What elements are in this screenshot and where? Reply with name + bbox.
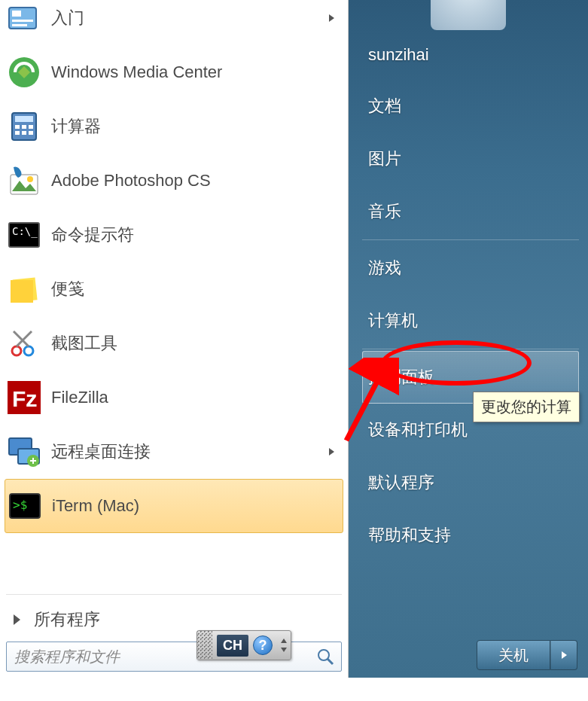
right-item-documents[interactable]: 文档 (362, 80, 579, 133)
svg-point-17 (27, 176, 33, 182)
program-item-getting-started[interactable]: 入门 (5, 0, 343, 45)
search-wrap (0, 642, 348, 678)
program-label: 计算器 (51, 115, 101, 138)
right-item-username[interactable]: sunzihai (362, 30, 579, 80)
svg-point-23 (24, 346, 33, 355)
language-bar[interactable]: CH ? (197, 630, 291, 660)
shutdown-button[interactable]: 关机 (477, 640, 550, 670)
program-item-filezilla[interactable]: Fz FileZilla (5, 370, 343, 425)
program-label: FileZilla (51, 388, 108, 407)
shutdown-bar: 关机 (477, 640, 577, 670)
program-item-calculator[interactable]: 计算器 (5, 99, 343, 154)
program-item-iterm[interactable]: >$ iTerm (Mac) (5, 479, 343, 533)
chevron-right-icon (329, 448, 334, 456)
svg-line-34 (328, 659, 333, 664)
separator (362, 239, 579, 240)
program-label: 远程桌面连接 (51, 440, 151, 463)
tooltip: 更改您的计算 (473, 392, 580, 422)
separator (362, 349, 579, 349)
program-label: iTerm (Mac) (52, 496, 139, 516)
svg-rect-10 (15, 125, 20, 129)
calculator-icon (8, 110, 41, 143)
program-label: 入门 (51, 7, 84, 29)
program-label: 截图工具 (51, 332, 117, 355)
svg-rect-11 (22, 125, 26, 129)
svg-point-33 (318, 650, 329, 660)
svg-text:C:\_: C:\_ (12, 225, 38, 238)
help-icon[interactable]: ? (253, 635, 273, 655)
svg-rect-4 (12, 11, 21, 17)
chevron-right-icon (329, 14, 334, 22)
svg-line-24 (17, 331, 32, 346)
right-item-games[interactable]: 游戏 (362, 242, 579, 294)
svg-rect-15 (29, 131, 33, 135)
svg-rect-16 (11, 175, 38, 194)
right-item-default-programs[interactable]: 默认程序 (362, 456, 579, 509)
start-menu: UC浏览器 入门 Windows Media Center 计算器 (0, 0, 588, 678)
user-avatar[interactable] (431, 0, 506, 30)
program-label: Adobe Photoshop CS (51, 171, 211, 190)
language-indicator[interactable]: CH (217, 635, 248, 657)
svg-text:>$: >$ (13, 498, 27, 512)
svg-rect-21 (11, 280, 33, 303)
search-icon (316, 648, 334, 666)
snipping-tool-icon (8, 327, 41, 360)
rdp-icon (8, 435, 41, 468)
iterm-icon: >$ (8, 489, 41, 523)
program-label: 便笺 (51, 278, 84, 300)
start-menu-left-pane: UC浏览器 入门 Windows Media Center 计算器 (0, 0, 349, 678)
right-item-computer[interactable]: 计算机 (362, 294, 579, 347)
shutdown-options-button[interactable] (550, 640, 577, 670)
photoshop-icon (8, 164, 41, 197)
program-list: UC浏览器 入门 Windows Media Center 计算器 (0, 0, 348, 591)
right-item-pictures[interactable]: 图片 (362, 133, 579, 185)
program-label: Windows Media Center (51, 62, 222, 82)
program-item-photoshop[interactable]: Adobe Photoshop CS (5, 154, 343, 208)
svg-text:Fz: Fz (12, 386, 37, 411)
svg-rect-9 (15, 116, 33, 122)
separator (6, 594, 342, 595)
svg-rect-5 (12, 20, 33, 22)
start-menu-right-pane: sunzihai 文档 图片 音乐 游戏 计算机 控制面板 设备和打印机 默认程… (349, 0, 588, 678)
drag-handle-icon[interactable] (197, 631, 212, 660)
wmc-icon (8, 56, 41, 89)
program-label: 命令提示符 (51, 224, 134, 246)
svg-rect-13 (15, 131, 20, 135)
chevron-right-icon (562, 651, 567, 659)
program-item-wmc[interactable]: Windows Media Center (5, 45, 343, 99)
language-bar-options[interactable] (277, 631, 291, 660)
program-item-rdp[interactable]: 远程桌面连接 (5, 425, 343, 479)
all-programs-button[interactable]: 所有程序 (0, 598, 348, 642)
shutdown-label: 关机 (498, 645, 529, 666)
program-item-cmd[interactable]: C:\_ 命令提示符 (5, 208, 343, 262)
all-programs-label: 所有程序 (34, 608, 100, 631)
svg-rect-12 (29, 125, 33, 129)
sticky-notes-icon (8, 273, 41, 306)
right-item-music[interactable]: 音乐 (362, 185, 579, 238)
filezilla-icon: Fz (8, 381, 41, 414)
svg-rect-14 (22, 131, 26, 135)
program-item-snipping-tool[interactable]: 截图工具 (5, 316, 343, 370)
svg-line-25 (14, 331, 29, 346)
program-item-sticky-notes[interactable]: 便笺 (5, 262, 343, 316)
search-input[interactable] (6, 642, 342, 672)
svg-point-22 (12, 346, 21, 355)
right-item-help-support[interactable]: 帮助和支持 (362, 509, 579, 562)
arrow-right-icon (14, 614, 20, 625)
svg-rect-6 (12, 24, 27, 26)
getting-started-icon (8, 2, 41, 35)
cmd-icon: C:\_ (8, 218, 41, 251)
